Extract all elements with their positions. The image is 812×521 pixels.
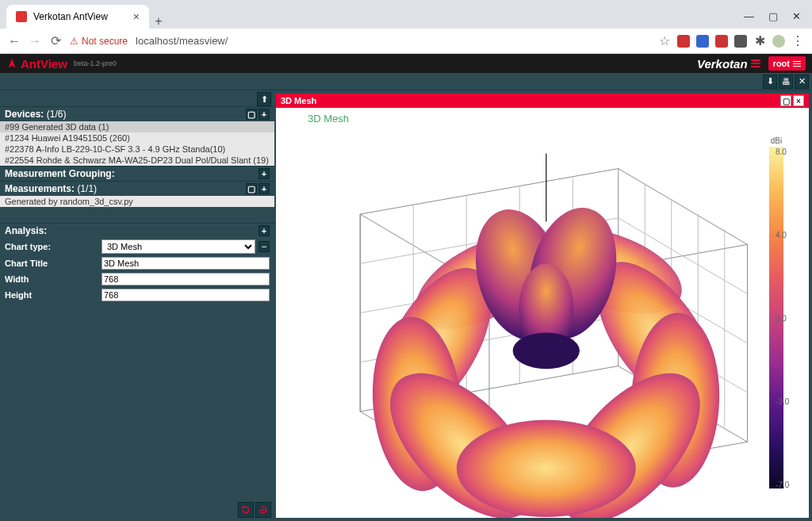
svg-point-12 [513, 332, 580, 369]
user-menu-button[interactable]: root [768, 56, 806, 71]
brand-label: Verkotan [697, 57, 760, 71]
chrome-menu-icon[interactable]: ⋮ [791, 33, 804, 48]
width-input[interactable] [102, 273, 270, 285]
extensions-area: ☆ ✱ ⋮ [658, 33, 804, 48]
height-label: Height [5, 290, 98, 300]
viz-close-button[interactable]: × [793, 95, 804, 106]
devices-copy-button[interactable]: ▢ [246, 109, 257, 120]
devices-list[interactable]: #99 Generated 3D data (1) #1234 Huawei A… [0, 121, 274, 166]
logo-icon [6, 58, 17, 69]
close-panel-button[interactable]: ✕ [795, 75, 809, 89]
viz-header: 3D Mesh ▢ × [276, 94, 809, 108]
profile-avatar[interactable] [772, 35, 785, 48]
ext-icon-4[interactable] [734, 35, 747, 48]
devices-add-button[interactable]: + [259, 109, 270, 120]
list-item[interactable]: #99 Generated 3D data (1) [0, 121, 274, 132]
measurements-header[interactable]: Measurements: (1/1) ▢ + [0, 181, 274, 196]
star-icon[interactable]: ☆ [658, 33, 671, 48]
analysis-header[interactable]: Analysis: + [0, 223, 274, 238]
sidebar-bottom-actions [238, 502, 271, 518]
svg-point-8 [457, 419, 636, 517]
ext-icon-1[interactable] [677, 35, 690, 48]
analysis-add-button[interactable]: + [259, 225, 270, 236]
width-row: Width [0, 271, 274, 287]
address-bar: ← → ⟳ ⚠ Not secure localhost/measview/ ☆… [0, 29, 812, 54]
list-item[interactable]: #1234 Huawei A19451505 (260) [0, 132, 274, 144]
ext-icon-3[interactable] [715, 35, 728, 48]
chart-type-label: Chart type: [5, 242, 98, 251]
chart-title-input[interactable] [102, 257, 270, 270]
measurements-copy-button[interactable]: ▢ [246, 183, 257, 194]
run-button[interactable] [255, 502, 271, 518]
url-text[interactable]: localhost/measview/ [136, 35, 228, 47]
close-tab-icon[interactable]: × [133, 10, 140, 23]
hamburger-icon [793, 61, 801, 67]
viz-body[interactable]: 3D Mesh [276, 108, 809, 518]
new-tab-button[interactable]: + [149, 14, 168, 29]
chart-type-select[interactable]: 3D Mesh [102, 239, 255, 254]
close-window-icon[interactable]: ✕ [792, 10, 801, 22]
window-controls: — ▢ ✕ [744, 10, 812, 29]
app-header: AntView beta-1.2-pre0 Verkotan root [0, 54, 812, 73]
brand-bars-icon [751, 59, 760, 67]
colorbar-ticks: 8.0 4.0 0.0 -3.0 -7.0 [776, 147, 796, 489]
forward-icon[interactable]: → [29, 34, 41, 48]
measurements-list[interactable]: Generated by random_3d_csv.py [0, 196, 274, 207]
app-toolbar: ⬇ 🖶 ✕ [0, 73, 812, 90]
extensions-icon[interactable]: ✱ [753, 33, 766, 48]
grouping-add-button[interactable]: + [259, 168, 270, 179]
chart-type-row: Chart type: 3D Mesh − [0, 238, 274, 255]
warning-icon: ⚠ [70, 36, 79, 47]
print-button[interactable]: 🖶 [779, 75, 793, 89]
main-panel: 3D Mesh ▢ × 3D Mesh [274, 90, 812, 521]
chart-title-label: Chart Title [5, 259, 98, 268]
refresh-button[interactable] [238, 502, 254, 518]
colorbar-label: dBi [756, 136, 796, 145]
colorbar: dBi 8.0 4.0 0.0 -3.0 -7.0 [756, 136, 796, 489]
ext-icon-2[interactable] [696, 35, 709, 48]
list-item[interactable]: Generated by random_3d_csv.py [0, 196, 274, 207]
download-button[interactable]: ⬇ [763, 75, 777, 89]
chart-title-row: Chart Title [0, 255, 274, 271]
viz-maximize-button[interactable]: ▢ [780, 95, 791, 106]
list-item[interactable]: #22378 A-Info LB-229-10-C-SF 3.3 - 4.9 G… [0, 144, 274, 155]
measurements-add-button[interactable]: + [259, 183, 270, 194]
width-label: Width [5, 274, 98, 284]
sidebar-upload-button[interactable]: ⬆ [257, 92, 271, 106]
plot-title: 3D Mesh [308, 113, 349, 125]
devices-header[interactable]: Devices: (1/6) ▢ + [0, 106, 274, 121]
height-row: Height [0, 287, 274, 303]
maximize-icon[interactable]: ▢ [768, 10, 778, 22]
back-icon[interactable]: ← [8, 34, 21, 48]
plot-3d-mesh[interactable] [276, 108, 809, 518]
minimize-icon[interactable]: — [744, 10, 754, 22]
chart-type-remove-button[interactable]: − [259, 241, 270, 252]
grouping-header[interactable]: Measurement Grouping: + [0, 166, 274, 181]
app-title: AntView beta-1.2-pre0 [6, 57, 117, 71]
list-item[interactable]: #22554 Rohde & Schwarz MA-WA25-DP23 Dual… [0, 155, 274, 166]
not-secure-badge[interactable]: ⚠ Not secure [70, 36, 128, 47]
browser-tabstrip: Verkotan AntView × + — ▢ ✕ [0, 0, 812, 29]
tab-title: Verkotan AntView [33, 11, 108, 22]
reload-icon[interactable]: ⟳ [49, 33, 62, 48]
browser-tab[interactable]: Verkotan AntView × [6, 5, 149, 29]
favicon-icon [16, 11, 27, 22]
height-input[interactable] [102, 289, 270, 301]
sidebar: ⬆ Devices: (1/6) ▢ + #99 Generated 3D da… [0, 90, 274, 521]
